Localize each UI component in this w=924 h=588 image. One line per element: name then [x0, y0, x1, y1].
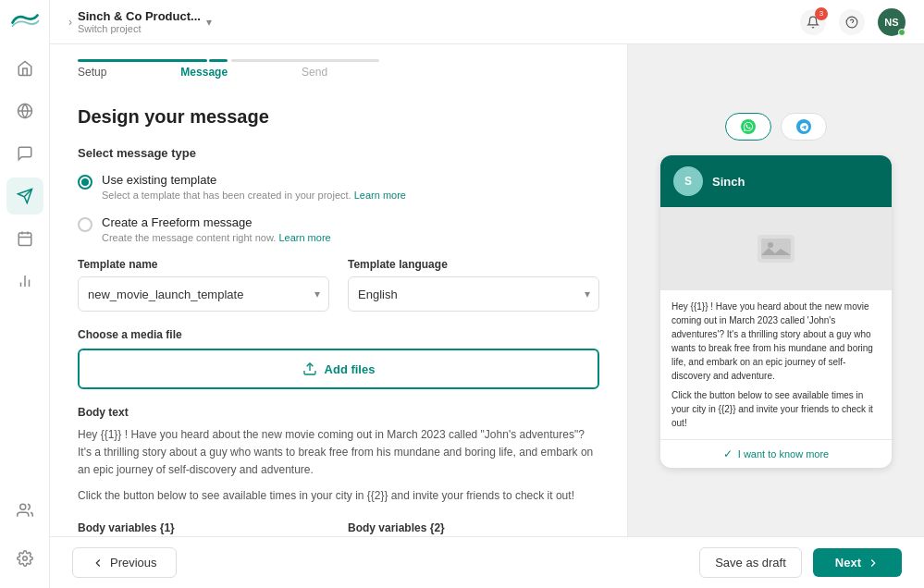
project-subtitle[interactable]: Switch project: [78, 23, 201, 34]
previous-arrow-icon: [92, 557, 105, 570]
body-text-line2: Click the button below to see available …: [78, 487, 599, 505]
left-panel: Setup Message Send Design your message S…: [50, 44, 628, 536]
use-existing-label: Use existing template: [102, 173, 406, 187]
add-files-label-text: Add files: [325, 362, 376, 376]
topbar-right: 3 NS: [800, 8, 906, 36]
create-freeform-sub: Create the message content right now. Le…: [102, 232, 331, 243]
create-freeform-option[interactable]: Create a Freeform message Create the mes…: [78, 215, 599, 243]
create-freeform-label: Create a Freeform message: [102, 215, 331, 229]
message-image: [660, 207, 892, 290]
template-name-select[interactable]: new_movie_launch_template: [78, 276, 329, 312]
project-title: Sinch & Co Product...: [78, 9, 201, 23]
template-language-label: Template language: [348, 258, 599, 271]
upload-icon: [302, 361, 317, 376]
template-language-group: Template language English ▾: [348, 258, 599, 312]
choose-media-label: Choose a media file: [78, 328, 599, 341]
message-card: S Sinch Hey {{1: [660, 155, 892, 468]
select-message-type-label: Select message type: [78, 146, 599, 160]
previous-button[interactable]: Previous: [72, 547, 177, 578]
step-send-label: Send: [302, 66, 327, 79]
logo[interactable]: [8, 11, 42, 37]
svg-rect-17: [761, 239, 791, 259]
svg-point-18: [768, 242, 773, 248]
progress-bar: [78, 59, 599, 62]
template-language-select-wrapper: English ▾: [348, 276, 599, 312]
svg-point-12: [22, 557, 27, 561]
channel-tabs: [660, 113, 892, 141]
sidebar-item-users[interactable]: [6, 492, 43, 529]
create-freeform-radio[interactable]: [78, 217, 92, 232]
progress-message: [209, 59, 228, 62]
svg-rect-4: [18, 233, 31, 246]
steps-bar: Setup Message Send: [50, 44, 627, 88]
svg-point-11: [19, 504, 25, 509]
footer-right: Save as draft Next: [699, 547, 902, 578]
add-files-button[interactable]: Add files: [78, 349, 599, 389]
template-name-select-wrapper: new_movie_launch_template ▾: [78, 276, 329, 312]
sidebar-item-calendar[interactable]: [6, 220, 43, 257]
preview-panel: S Sinch Hey {{1: [628, 44, 924, 536]
footer: Previous Save as draft Next: [50, 536, 924, 588]
whatsapp-icon: [741, 119, 756, 134]
message-body: Hey {{1}} ! Have you heard about the new…: [660, 207, 892, 468]
message-sender-avatar: S: [673, 166, 703, 196]
message-header: S Sinch: [660, 155, 892, 207]
step-labels: Setup Message Send: [78, 66, 599, 88]
cta-check-icon: ✓: [723, 447, 733, 460]
use-existing-sub: Select a template that has been created …: [102, 190, 406, 201]
create-freeform-link[interactable]: Learn more: [278, 232, 330, 243]
form-area: Design your message Select message type …: [50, 88, 627, 536]
next-button[interactable]: Next: [813, 548, 902, 577]
image-placeholder-icon: [758, 235, 795, 263]
user-avatar[interactable]: NS: [878, 8, 906, 36]
cta-label: I want to know more: [738, 448, 829, 459]
topbar-chevron-icon[interactable]: ▾: [206, 16, 212, 29]
template-language-select[interactable]: English: [348, 276, 599, 312]
topbar: › Sinch & Co Product... Switch project ▾…: [50, 0, 924, 44]
progress-send: [231, 59, 379, 62]
step-setup-label: Setup: [78, 66, 106, 79]
topbar-left: › Sinch & Co Product... Switch project ▾: [68, 9, 212, 34]
online-indicator: [898, 29, 906, 36]
message-sender-name: Sinch: [712, 175, 745, 189]
whatsapp-tab[interactable]: [725, 113, 771, 141]
body-text-label: Body text: [78, 406, 599, 419]
expand-arrow[interactable]: ›: [68, 16, 72, 29]
save-draft-button[interactable]: Save as draft: [699, 547, 802, 578]
page-title: Design your message: [78, 106, 599, 128]
body-text-section: Body text Hey {{1}} ! Have you heard abo…: [78, 406, 599, 505]
body-var1-group: Body variables {1} {}: [78, 521, 329, 536]
sidebar-item-messaging[interactable]: [6, 178, 43, 214]
sidebar-item-chat[interactable]: [6, 135, 43, 172]
body-text-line1: Hey {{1}} ! Have you heard about the new…: [78, 426, 599, 480]
body-var2-group: Body variables {2} {}: [348, 521, 599, 536]
help-button[interactable]: [839, 9, 865, 35]
step-message-label: Message: [180, 66, 228, 79]
body-variables-row: Body variables {1} {} Body variables {2}…: [78, 521, 599, 536]
sidebar-item-home[interactable]: [6, 50, 43, 87]
message-cta-button[interactable]: ✓ I want to know more: [660, 439, 892, 468]
sidebar: [0, 0, 50, 588]
notification-badge: 3: [815, 7, 828, 20]
sidebar-item-campaigns[interactable]: [6, 92, 43, 129]
phone-preview: S Sinch Hey {{1: [660, 113, 892, 468]
content-area: Setup Message Send Design your message S…: [50, 44, 924, 536]
sidebar-item-analytics[interactable]: [6, 263, 43, 300]
body-var2-label: Body variables {2}: [348, 521, 599, 534]
telegram-tab[interactable]: [781, 113, 827, 141]
media-section: Choose a media file Add files: [78, 328, 599, 389]
progress-setup: [78, 59, 207, 62]
main-content: › Sinch & Co Product... Switch project ▾…: [50, 0, 924, 588]
use-existing-link[interactable]: Learn more: [354, 190, 406, 201]
template-name-group: Template name new_movie_launch_template …: [78, 258, 329, 312]
use-existing-radio[interactable]: [78, 175, 92, 190]
template-name-label: Template name: [78, 258, 329, 271]
message-preview-text: Hey {{1}} ! Have you heard about the new…: [660, 290, 892, 439]
use-existing-option[interactable]: Use existing template Select a template …: [78, 173, 599, 201]
sidebar-item-settings[interactable]: [6, 540, 43, 577]
body-var1-label: Body variables {1}: [78, 521, 329, 534]
next-arrow-icon: [867, 557, 880, 570]
notifications-button[interactable]: 3: [800, 9, 826, 35]
telegram-icon: [796, 119, 811, 134]
template-form-row: Template name new_movie_launch_template …: [78, 258, 599, 312]
